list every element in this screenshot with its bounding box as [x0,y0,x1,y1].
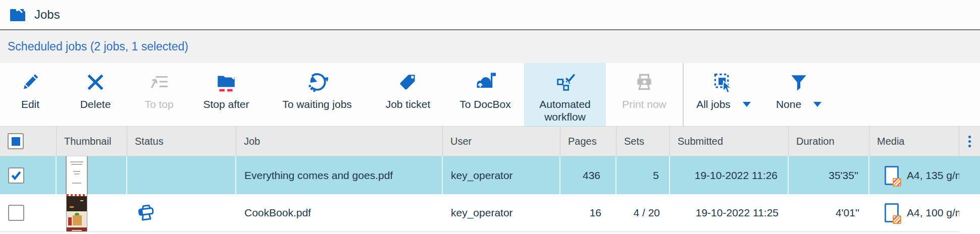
jobs-summary-text: Scheduled jobs (2 jobs, 1 selected) [8,40,188,53]
duration-cell: 4'01'' [789,194,869,232]
pages-cell: 436 [560,156,616,194]
select-all-checkbox[interactable] [8,133,24,149]
user-cell: key_operator [443,156,560,194]
job-ticket-button[interactable]: Job ticket [370,63,446,126]
delete-button[interactable]: Delete [61,63,130,126]
job-thumbnail [66,194,87,232]
row-checkbox[interactable] [8,205,24,221]
printing-status-icon [135,203,157,222]
clock-redo-icon [306,70,328,95]
printer-icon [634,70,655,95]
job-name-cell: CookBook.pdf [236,194,443,232]
tag-icon [397,70,419,95]
media-color-badge [893,215,901,224]
col-header-sets[interactable]: Sets [616,127,670,156]
folder-stop-icon [216,70,237,95]
to-waiting-jobs-button[interactable]: To waiting jobs [265,63,370,126]
media-cell: A4, 100 g/m² [869,194,959,232]
table-row[interactable]: CookBook.pdf key_operator 16 4 / 20 19-1… [0,194,980,232]
job-thumbnail [66,156,88,194]
row-select-cell [0,156,57,194]
topbar: Jobs [0,0,980,30]
column-options-button[interactable] [959,127,980,156]
status-cell [127,156,236,194]
to-docbox-button[interactable]: To DocBox [446,63,524,126]
kebab-menu-icon [968,136,971,147]
chevron-down-icon[interactable] [813,102,821,107]
to-top-button: To top [130,63,188,126]
pencil-icon [20,70,41,95]
job-name-cell: Everything comes and goes.pdf [236,156,443,194]
mailbox-icon [474,70,496,95]
col-header-user[interactable]: User [443,127,560,156]
col-header-status[interactable]: Status [127,127,236,156]
stop-after-button[interactable]: Stop after [188,63,265,126]
folder-icon [10,8,26,22]
workflow-check-icon [554,70,576,95]
move-to-top-icon [148,70,170,95]
table-row[interactable]: Everything comes and goes.pdf key_operat… [0,156,980,194]
col-header-submitted[interactable]: Submitted [670,127,789,156]
filter-icon [788,70,809,95]
check-icon [10,169,22,182]
indeterminate-mark [12,137,20,146]
media-sheet-icon [885,166,899,185]
chevron-down-icon[interactable] [743,102,751,107]
edit-button[interactable]: Edit [0,63,61,126]
col-header-pages[interactable]: Pages [560,127,616,156]
submitted-cell: 19-10-2022 11:25 [670,194,789,232]
page-title: Jobs [34,8,60,22]
x-icon [85,70,106,95]
media-sheet-icon [885,203,899,222]
col-header-media[interactable]: Media [869,127,959,156]
table-header: Thumbnail Status Job User Pages Sets Sub… [0,126,980,156]
col-header-job[interactable]: Job [236,127,443,156]
thumbnail-cell [57,156,127,194]
filter-dropdown[interactable]: None [763,63,834,126]
toolbar: Edit Delete To top Stop after [0,63,980,126]
print-now-button: Print now [606,63,683,126]
pages-cell: 16 [560,194,616,232]
row-select-cell [0,194,57,232]
select-all-icon [712,70,735,95]
select-all-cell[interactable] [0,127,57,156]
sets-cell: 5 [616,156,670,194]
col-header-thumbnail[interactable]: Thumbnail [57,127,127,156]
jobs-summary-bar: Scheduled jobs (2 jobs, 1 selected) [0,30,980,63]
user-cell: key_operator [443,194,560,232]
media-color-badge [893,178,901,187]
duration-cell: 35'35'' [789,156,869,194]
all-jobs-dropdown[interactable]: All jobs [684,63,763,126]
media-cell: A4, 135 g/m² [869,156,959,194]
thumbnail-cell [57,194,127,232]
sets-cell: 4 / 20 [616,194,670,232]
row-checkbox[interactable] [8,167,24,184]
automated-workflow-button[interactable]: Automated workflow [524,63,606,126]
submitted-cell: 19-10-2022 11:26 [670,156,789,194]
status-cell [127,194,236,232]
col-header-duration[interactable]: Duration [789,127,869,156]
